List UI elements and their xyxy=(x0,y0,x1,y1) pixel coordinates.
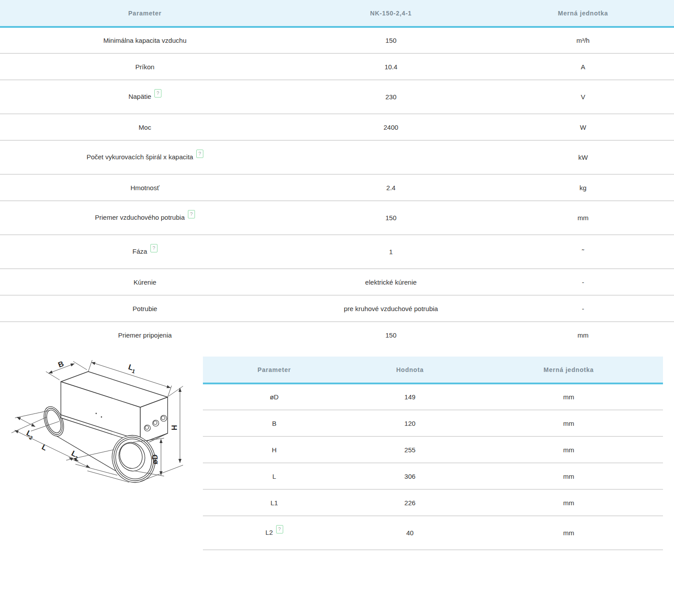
table-row: Moc 2400 W xyxy=(0,114,674,140)
table-row: Hmotnosť 2.4 kg xyxy=(0,174,674,201)
row-value: 306 xyxy=(345,463,474,489)
help-icon[interactable]: ? xyxy=(150,244,157,252)
row-value: 230 xyxy=(290,80,492,114)
dimensions-table-wrap: Parameter Hodnota Merná jednotka øD 149 … xyxy=(203,357,663,550)
column-header-model: NK-150-2,4-1 xyxy=(290,0,492,27)
dimensions-table: Parameter Hodnota Merná jednotka øD 149 … xyxy=(203,357,663,550)
help-icon[interactable]: ? xyxy=(276,525,283,533)
table-row: Potrubie pre kruhové vzduchové potrubia … xyxy=(0,295,674,322)
row-value: 149 xyxy=(345,383,474,410)
column-header-unit: Merná jednotka xyxy=(492,0,674,27)
row-value: 120 xyxy=(345,410,474,436)
spec-table: Parameter NK-150-2,4-1 Merná jednotka Mi… xyxy=(0,0,674,348)
row-label: Priemer vzduchového potrubia xyxy=(95,214,184,221)
table-row: Priemer vzduchového potrubia? 150 mm xyxy=(0,201,674,235)
table-row: Priemer pripojenia 150 mm xyxy=(0,322,674,348)
dim-label-h: H xyxy=(170,425,179,430)
row-label: Napätie xyxy=(128,93,151,100)
dim-label-l: L xyxy=(41,443,49,452)
row-value xyxy=(290,140,492,174)
row-value: 1 xyxy=(290,235,492,269)
row-unit: kW xyxy=(492,140,674,174)
table-row: Minimálna kapacita vzduchu 150 m³/h xyxy=(0,27,674,53)
row-unit: mm xyxy=(474,436,663,463)
row-unit: mm xyxy=(474,410,663,436)
dim-label-l1: L1 xyxy=(127,363,137,375)
row-unit: mm xyxy=(474,489,663,516)
row-unit: mm xyxy=(492,322,674,348)
row-unit: A xyxy=(492,53,674,80)
row-label: B xyxy=(272,420,277,427)
row-unit: W xyxy=(492,114,674,140)
bottom-section: B L1 L2 L L2 H øD Parameter Hodnota Mern… xyxy=(0,348,674,550)
table-row: L 306 mm xyxy=(203,463,663,489)
help-icon[interactable]: ? xyxy=(154,89,161,98)
row-unit: mm xyxy=(474,463,663,489)
column-header-parameter: Parameter xyxy=(0,0,290,27)
row-label: Hmotnosť xyxy=(131,184,160,192)
rivet-dot xyxy=(101,417,102,418)
column-header-value: Hodnota xyxy=(345,357,474,383)
table-row: Kúrenie elektrické kúrenie - xyxy=(0,269,674,295)
dim-label-od: øD xyxy=(151,454,159,465)
help-icon[interactable]: ? xyxy=(188,210,195,218)
dim-label-b: B xyxy=(57,360,65,369)
table-row: Fáza? 1 ˜ xyxy=(0,235,674,269)
row-label: Fáza xyxy=(132,248,147,255)
table-row: Počet vykurovacích špirál x kapacita? kW xyxy=(0,140,674,174)
row-unit: V xyxy=(492,80,674,114)
row-unit: mm xyxy=(492,201,674,235)
row-value: 2.4 xyxy=(290,174,492,201)
row-unit: ˜ xyxy=(492,235,674,269)
column-header-parameter: Parameter xyxy=(203,357,345,383)
table-row: H 255 mm xyxy=(203,436,663,463)
row-label: Priemer pripojenia xyxy=(118,331,172,339)
row-label: øD xyxy=(270,393,279,401)
row-label: Príkon xyxy=(135,63,154,71)
row-value: 255 xyxy=(345,436,474,463)
row-value: 150 xyxy=(290,201,492,235)
row-unit: kg xyxy=(492,174,674,201)
help-icon[interactable]: ? xyxy=(196,150,203,158)
row-value: 40 xyxy=(345,516,474,550)
row-unit: mm xyxy=(474,383,663,410)
table-row: L1 226 mm xyxy=(203,489,663,516)
row-label: Počet vykurovacích špirál x kapacita xyxy=(86,153,193,161)
row-label: H xyxy=(272,446,277,454)
spec-table-header: Parameter NK-150-2,4-1 Merná jednotka xyxy=(0,0,674,27)
row-label: L1 xyxy=(270,499,278,507)
technical-drawing: B L1 L2 L L2 H øD xyxy=(4,352,203,499)
table-row: B 120 mm xyxy=(203,410,663,436)
table-row: Napätie? 230 V xyxy=(0,80,674,114)
row-label: L xyxy=(272,473,276,480)
row-label: Minimálna kapacita vzduchu xyxy=(103,37,186,44)
dimensions-table-header: Parameter Hodnota Merná jednotka xyxy=(203,357,663,383)
row-value: 226 xyxy=(345,489,474,516)
row-value: 150 xyxy=(290,27,492,53)
row-value: pre kruhové vzduchové potrubia xyxy=(290,295,492,322)
row-label: Kúrenie xyxy=(134,278,157,286)
column-header-unit: Merná jednotka xyxy=(474,357,663,383)
heater-box xyxy=(61,372,168,443)
row-value: 150 xyxy=(290,322,492,348)
dim-label-l2-lower: L2 xyxy=(69,449,81,462)
row-unit: - xyxy=(492,269,674,295)
row-value: 2400 xyxy=(290,114,492,140)
table-row: Príkon 10.4 A xyxy=(0,53,674,80)
table-row: øD 149 mm xyxy=(203,383,663,410)
row-label: L2 xyxy=(266,529,273,536)
table-row: L2? 40 mm xyxy=(203,516,663,550)
row-label: Potrubie xyxy=(133,305,157,312)
row-unit: mm xyxy=(474,516,663,550)
row-unit: - xyxy=(492,295,674,322)
duct-heater-diagram: B L1 L2 L L2 H øD xyxy=(4,352,203,497)
row-label: Moc xyxy=(139,124,151,131)
row-value: elektrické kúrenie xyxy=(290,269,492,295)
rivet-dot xyxy=(96,413,97,414)
row-value: 10.4 xyxy=(290,53,492,80)
row-unit: m³/h xyxy=(492,27,674,53)
